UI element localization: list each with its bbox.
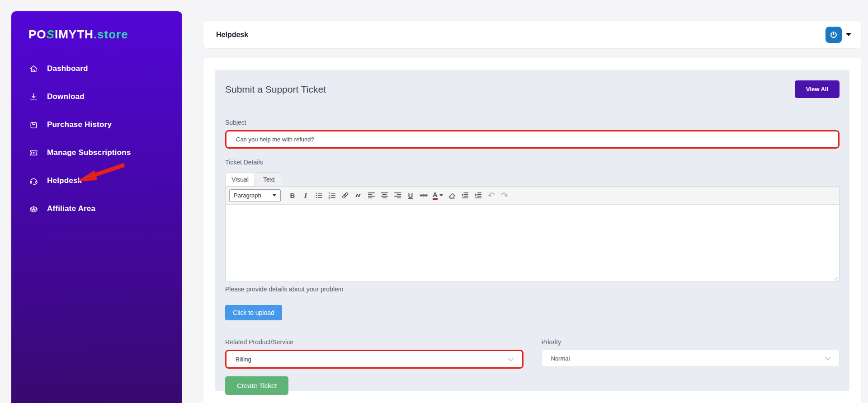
shopping-bag-icon <box>28 120 39 130</box>
chevron-down-icon <box>825 356 831 361</box>
editor-toolbar: Paragraph B I 1 <box>226 187 839 205</box>
topbar: Helpdesk <box>203 21 861 48</box>
text-color-button[interactable]: A <box>431 191 445 200</box>
power-icon <box>829 30 838 39</box>
sidebar-item-label: Affiliate Area <box>47 204 95 213</box>
paragraph-select-value: Paragraph <box>234 192 261 199</box>
related-product-field: Related Product/Service Billing <box>225 338 524 369</box>
blockquote-button[interactable]: “ <box>352 190 364 202</box>
annotation-highlight-related: Billing <box>225 350 524 369</box>
align-right-button[interactable] <box>392 190 403 202</box>
sidebar-item-purchase-history[interactable]: Purchase History <box>11 119 182 130</box>
sidebar-nav: Dashboard Download Purchase History Mana… <box>11 63 182 214</box>
home-icon <box>28 64 39 74</box>
create-ticket-button[interactable]: Create Ticket <box>225 376 288 395</box>
editor-content-area[interactable] <box>226 205 839 281</box>
svg-text:3: 3 <box>328 196 330 199</box>
italic-button[interactable]: I <box>300 190 311 202</box>
ordered-list-button[interactable]: 1 2 3 <box>326 190 338 202</box>
priority-label: Priority <box>542 338 840 346</box>
chevron-down-icon <box>439 194 443 197</box>
annotation-highlight-subject <box>225 130 840 149</box>
brand-tld: .store <box>94 28 128 41</box>
page-title: Helpdesk <box>216 31 248 39</box>
power-button[interactable] <box>826 27 842 43</box>
upload-button[interactable]: Click to upload <box>225 305 282 320</box>
brand-logo: POSIMYTH.store <box>11 11 182 42</box>
redo-button[interactable]: ↷ <box>499 190 510 202</box>
view-all-button[interactable]: View All <box>795 80 840 98</box>
tab-visual[interactable]: Visual <box>225 172 255 186</box>
sidebar-item-affiliate-area[interactable]: Affiliate Area <box>11 203 182 214</box>
content-card: Submit a Support Ticket View All Subject… <box>203 58 861 403</box>
brand-prefix: PO <box>28 28 47 41</box>
related-product-select[interactable]: Billing <box>226 351 522 367</box>
indent-button[interactable] <box>472 190 484 202</box>
sidebar-item-helpdesk[interactable]: Helpdesk <box>11 175 182 186</box>
tab-text[interactable]: Text <box>257 172 281 186</box>
sidebar-item-label: Dashboard <box>47 64 88 73</box>
cash-stack-icon <box>28 204 39 214</box>
underline-button[interactable]: U <box>405 190 416 202</box>
priority-value: Normal <box>551 355 570 362</box>
selects-row: Related Product/Service Billing Priority… <box>225 338 840 369</box>
sidebar-item-dashboard[interactable]: Dashboard <box>11 63 182 74</box>
headset-icon <box>28 176 39 186</box>
brand-suffix: IMYTH <box>55 28 94 41</box>
sidebar-item-label: Manage Subscriptions <box>47 148 131 157</box>
editor-tabs: Visual Text <box>225 172 840 186</box>
related-product-value: Billing <box>236 356 251 363</box>
chevron-down-icon[interactable] <box>846 33 851 36</box>
details-hint: Please provide details about your proble… <box>225 286 840 293</box>
ticket-icon <box>28 148 39 158</box>
strikethrough-button[interactable]: ABC <box>418 190 429 202</box>
sidebar-item-label: Purchase History <box>47 120 112 129</box>
sidebar-item-label: Download <box>47 92 85 101</box>
resize-handle[interactable] <box>833 275 838 281</box>
align-left-button[interactable] <box>365 190 377 202</box>
text-color-glyph: A <box>433 191 438 200</box>
link-button[interactable] <box>339 190 351 202</box>
ticket-panel: Submit a Support Ticket View All Subject… <box>215 70 849 391</box>
priority-select[interactable]: Normal <box>542 350 840 367</box>
outdent-button[interactable] <box>459 190 471 202</box>
sidebar-item-manage-subscriptions[interactable]: Manage Subscriptions <box>11 147 182 158</box>
chevron-down-icon <box>508 357 514 361</box>
chevron-down-icon <box>273 194 276 197</box>
paragraph-style-select[interactable]: Paragraph <box>229 189 281 202</box>
sidebar: POSIMYTH.store Dashboard Download Purcha… <box>11 11 182 403</box>
align-center-button[interactable] <box>378 190 390 202</box>
subject-input[interactable] <box>226 131 838 147</box>
bold-button[interactable]: B <box>287 190 298 202</box>
priority-field: Priority Normal <box>542 338 840 369</box>
ticket-details-label: Ticket Details <box>225 159 840 166</box>
brand-s-glyph: S <box>47 28 55 41</box>
bullet-list-button[interactable] <box>313 190 325 202</box>
panel-header: Submit a Support Ticket View All <box>225 80 840 98</box>
undo-button[interactable]: ↶ <box>486 190 497 202</box>
wysiwyg-editor: Paragraph B I 1 <box>225 186 840 282</box>
sidebar-item-label: Helpdesk <box>47 176 82 185</box>
account-menu[interactable] <box>826 27 851 43</box>
section-title: Submit a Support Ticket <box>225 84 326 95</box>
download-icon <box>28 92 39 102</box>
clear-formatting-button[interactable] <box>446 190 458 202</box>
related-product-label: Related Product/Service <box>225 338 524 346</box>
subject-label: Subject <box>225 119 840 126</box>
sidebar-item-download[interactable]: Download <box>11 91 182 102</box>
